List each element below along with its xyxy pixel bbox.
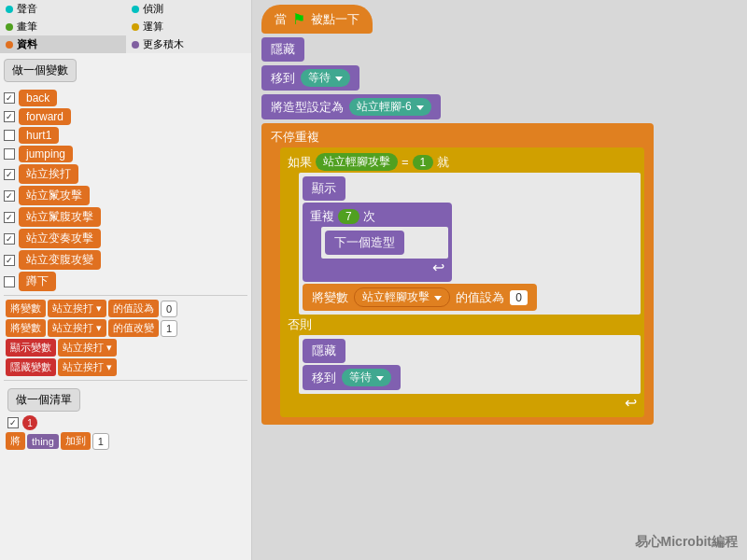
category-tabs: 聲音 偵測 畫筆 運算 資料 更多積木 <box>0 0 251 53</box>
cat-data-label: 資料 <box>17 37 37 51</box>
var-block-stand-atk4: 站立变腹攻變 <box>19 250 101 270</box>
repeat-header: 重複 7 次 <box>303 206 452 227</box>
next-costume-block[interactable]: 下一個造型 <box>325 231 404 255</box>
cat-more-dot <box>132 41 139 49</box>
cat-more[interactable]: 更多積木 <box>126 35 252 53</box>
else-move-label: 移到 <box>312 370 336 386</box>
move-to-block[interactable]: 移到 等待 <box>261 65 359 91</box>
then-branch: 顯示 重複 7 次 <box>299 173 641 315</box>
repeat-block: 重複 7 次 下一個造型 ↩ <box>303 203 452 282</box>
cat-data[interactable]: 資料 <box>0 35 126 53</box>
hide-block[interactable]: 隱藏 <box>261 37 304 62</box>
var-checkbox-hurt1[interactable] <box>4 130 15 141</box>
cat-pen[interactable]: 畫筆 <box>0 18 126 35</box>
add-list-val: 1 <box>92 433 109 450</box>
set-costume-block[interactable]: 將造型設定為 站立輕腳-6 <box>261 94 441 119</box>
var-block-crouch: 蹲下 <box>19 272 56 291</box>
var-block-hurt1: hurt1 <box>19 127 59 144</box>
list-item-1: 1 <box>7 415 244 430</box>
main-area: 當 ⚑ 被點一下 隱藏 移到 等待 將 <box>252 0 747 560</box>
sidebar: 聲音 偵測 畫筆 運算 資料 更多積木 做一個變數 back <box>0 0 252 560</box>
set-var-2: 站立挨打 ▾ <box>48 319 106 337</box>
hide-label: 隱藏 <box>271 41 295 58</box>
cat-ops[interactable]: 運算 <box>126 18 252 35</box>
var-checkbox-stand-atk3[interactable] <box>4 233 15 245</box>
set-block-1: 將變數 站立挨打 ▾ 的值設為 0 <box>6 300 246 317</box>
list-checkbox-1[interactable] <box>7 417 19 428</box>
if-header: 如果 站立輕腳攻擊 = 1 就 <box>280 151 644 173</box>
set-block-4: 隱藏變數 站立挨打 ▾ <box>6 358 246 376</box>
scratch-blocks: 當 ⚑ 被點一下 隱藏 移到 等待 將 <box>261 5 654 427</box>
set-costume-val[interactable]: 站立輕腳-6 <box>349 98 431 116</box>
else-label: 否則 <box>288 317 312 331</box>
move-to-val[interactable]: 等待 <box>301 69 350 87</box>
set-block-2: 將變數 站立挨打 ▾ 的值改變 1 <box>6 319 246 337</box>
var-block-forward: forward <box>19 108 71 125</box>
if-block: 如果 站立輕腳攻擊 = 1 就 顯示 <box>280 147 644 417</box>
if-eq: = <box>402 155 409 169</box>
var-block-stand-atk3: 站立变奏攻擊 <box>19 229 101 248</box>
set-costume-label: 將造型設定為 <box>271 99 344 116</box>
var-checkbox-stand-atk2[interactable] <box>4 212 15 223</box>
if-arrow: ↩ <box>280 394 644 412</box>
else-hide-block[interactable]: 隱藏 <box>303 339 345 363</box>
var-checkbox-crouch[interactable] <box>4 276 15 287</box>
make-list-button[interactable]: 做一個清單 <box>7 388 80 412</box>
repeat-val: 7 <box>338 209 359 224</box>
cat-pen-label: 畫筆 <box>17 20 37 34</box>
set-val-2: 1 <box>161 320 177 337</box>
set-attack-val: 0 <box>510 290 528 305</box>
show-var-name: 站立挨打 ▾ <box>58 339 117 357</box>
hat-block[interactable]: 當 ⚑ 被點一下 <box>261 5 373 34</box>
next-costume-label: 下一個造型 <box>334 234 395 251</box>
var-block-stand-hit: 站立挨打 <box>19 164 78 184</box>
cat-ops-label: 運算 <box>143 20 163 34</box>
var-item-stand-atk1: 站立鬣攻擊 <box>4 186 247 205</box>
set-label-2: 將變數 <box>6 319 46 337</box>
add-label: 將 <box>6 432 25 450</box>
var-item-stand-atk2: 站立鬣腹攻擊 <box>4 207 247 227</box>
set-attack-var[interactable]: 站立輕腳攻擊 <box>354 287 450 307</box>
set-attack-main[interactable]: 將變數 站立輕腳攻擊 的值設為 0 <box>303 284 537 311</box>
hat-label: 當 <box>275 11 287 28</box>
make-variable-button[interactable]: 做一個變數 <box>4 59 77 82</box>
var-checkbox-jumping[interactable] <box>4 148 15 160</box>
set-attack-label: 將變數 <box>312 289 348 306</box>
cat-detect-label: 偵測 <box>143 2 163 16</box>
else-move-block[interactable]: 移到 等待 <box>303 365 401 390</box>
set-to-2: 的值改變 <box>108 319 159 337</box>
list-num-badge: 1 <box>22 415 37 430</box>
cat-detect-dot <box>132 6 139 13</box>
cat-more-label: 更多積木 <box>143 37 184 51</box>
var-item-crouch: 蹲下 <box>4 272 247 291</box>
hide-var-label: 隱藏變數 <box>6 358 56 376</box>
var-item-forward: forward <box>4 108 247 125</box>
set-val-1: 0 <box>161 301 177 317</box>
var-item-stand-atk3: 站立变奏攻擊 <box>4 229 247 248</box>
var-checkbox-stand-hit[interactable] <box>4 169 15 180</box>
var-checkbox-stand-atk4[interactable] <box>4 255 15 266</box>
var-item-hurt1: hurt1 <box>4 127 247 144</box>
show-label: 顯示 <box>312 180 336 197</box>
set-label-1: 將變數 <box>6 300 46 317</box>
if-then: 就 <box>437 154 449 171</box>
var-item-stand-hit: 站立挨打 <box>4 164 247 184</box>
var-checkbox-back[interactable] <box>4 92 15 104</box>
set-block-3: 顯示變數 站立挨打 ▾ <box>6 339 246 357</box>
repeat-label: 重複 <box>310 208 334 225</box>
repeat-inner: 下一個造型 <box>321 227 448 259</box>
var-checkbox-stand-atk1[interactable] <box>4 190 15 202</box>
set-attack-block: 將變數 站立輕腳攻擊 的值設為 0 <box>303 284 637 311</box>
cat-sound[interactable]: 聲音 <box>0 0 126 18</box>
cat-data-dot <box>6 41 13 49</box>
if-var-block[interactable]: 站立輕腳攻擊 <box>316 153 398 171</box>
cat-detect[interactable]: 偵測 <box>126 0 252 18</box>
var-checkbox-forward[interactable] <box>4 111 15 122</box>
variable-section: 做一個變數 back forward hurt1 jumping 站立挨打 站立… <box>0 53 251 457</box>
set-to-1: 的值設為 <box>108 300 159 317</box>
else-move-val[interactable]: 等待 <box>342 369 391 386</box>
move-to-label: 移到 <box>271 70 295 87</box>
show-block[interactable]: 顯示 <box>303 176 345 201</box>
watermark: 易心Microbit編程 <box>635 534 738 551</box>
add-to: 加到 <box>61 432 91 450</box>
